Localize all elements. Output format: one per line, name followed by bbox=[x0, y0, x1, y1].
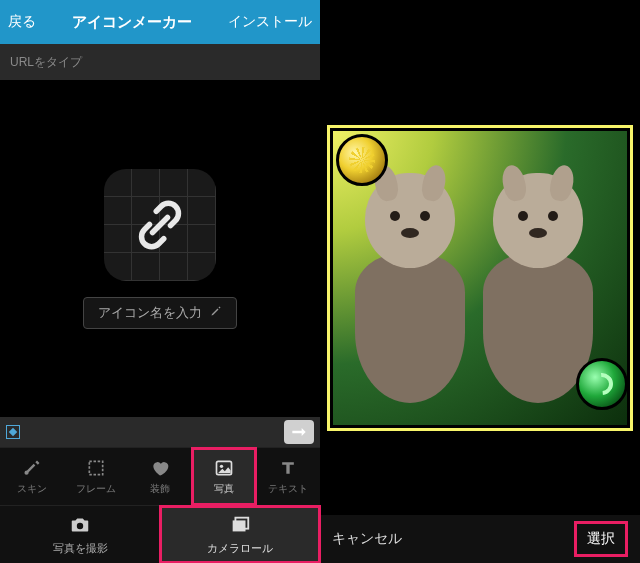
sheep-slippers bbox=[350, 173, 610, 413]
tab-photo[interactable]: 写真 bbox=[192, 448, 256, 505]
picker-bottom-bar: キャンセル 選択 bbox=[320, 515, 640, 563]
tab-label: スキン bbox=[17, 482, 47, 496]
frame-icon bbox=[85, 457, 107, 479]
svg-rect-0 bbox=[89, 461, 102, 474]
gallery-icon bbox=[229, 514, 251, 538]
heart-icon bbox=[149, 457, 171, 479]
tab-text[interactable]: テキスト bbox=[256, 448, 320, 505]
back-button[interactable]: 戻る bbox=[8, 13, 36, 31]
text-icon bbox=[277, 457, 299, 479]
sub-label: カメラロール bbox=[207, 541, 273, 556]
icon-name-placeholder: アイコン名を入力 bbox=[98, 304, 202, 322]
app-title: アイコンメーカー bbox=[72, 13, 192, 32]
cancel-button[interactable]: キャンセル bbox=[332, 530, 402, 548]
svg-point-2 bbox=[220, 465, 223, 468]
select-button[interactable]: 選択 bbox=[574, 521, 628, 557]
tab-label: テキスト bbox=[268, 482, 308, 496]
sub-label: 写真を撮影 bbox=[53, 541, 108, 556]
editor-screen: 戻る アイコンメーカー インストール URLをタイプ アイコン名を入力 bbox=[0, 0, 320, 563]
sub-take-photo[interactable]: 写真を撮影 bbox=[0, 506, 160, 563]
selected-photo-preview[interactable] bbox=[320, 118, 640, 438]
image-icon bbox=[213, 457, 235, 479]
tab-label: 写真 bbox=[214, 482, 234, 496]
tab-decor[interactable]: 装飾 bbox=[128, 448, 192, 505]
spacer bbox=[320, 0, 640, 118]
url-input[interactable]: URLをタイプ bbox=[0, 44, 320, 80]
ad-banner bbox=[0, 417, 320, 447]
tab-skin[interactable]: スキン bbox=[0, 448, 64, 505]
main-tab-bar: スキン フレーム 装飾 写真 テキスト bbox=[0, 447, 320, 505]
svg-point-3 bbox=[77, 522, 83, 528]
tab-frame[interactable]: フレーム bbox=[64, 448, 128, 505]
install-button[interactable]: インストール bbox=[228, 13, 312, 31]
camera-icon bbox=[69, 514, 91, 538]
adchoices-icon[interactable] bbox=[6, 425, 20, 439]
header-bar: 戻る アイコンメーカー インストール bbox=[0, 0, 320, 44]
pencil-icon bbox=[210, 305, 222, 320]
link-icon bbox=[130, 195, 190, 255]
next-button[interactable] bbox=[284, 420, 314, 444]
sub-camera-roll[interactable]: カメラロール bbox=[160, 506, 320, 563]
light-orb-icon bbox=[336, 134, 388, 186]
icon-preview[interactable] bbox=[104, 169, 216, 281]
tab-label: 装飾 bbox=[150, 482, 170, 496]
url-placeholder: URLをタイプ bbox=[10, 54, 82, 71]
icon-name-input[interactable]: アイコン名を入力 bbox=[83, 297, 237, 329]
brush-icon bbox=[21, 457, 43, 479]
picker-screen: キャンセル 選択 bbox=[320, 0, 640, 563]
icon-canvas-area: アイコン名を入力 bbox=[0, 80, 320, 417]
photo-sub-bar: 写真を撮影 カメラロール bbox=[0, 505, 320, 563]
wood-orb-icon bbox=[576, 358, 628, 410]
tab-label: フレーム bbox=[76, 482, 116, 496]
